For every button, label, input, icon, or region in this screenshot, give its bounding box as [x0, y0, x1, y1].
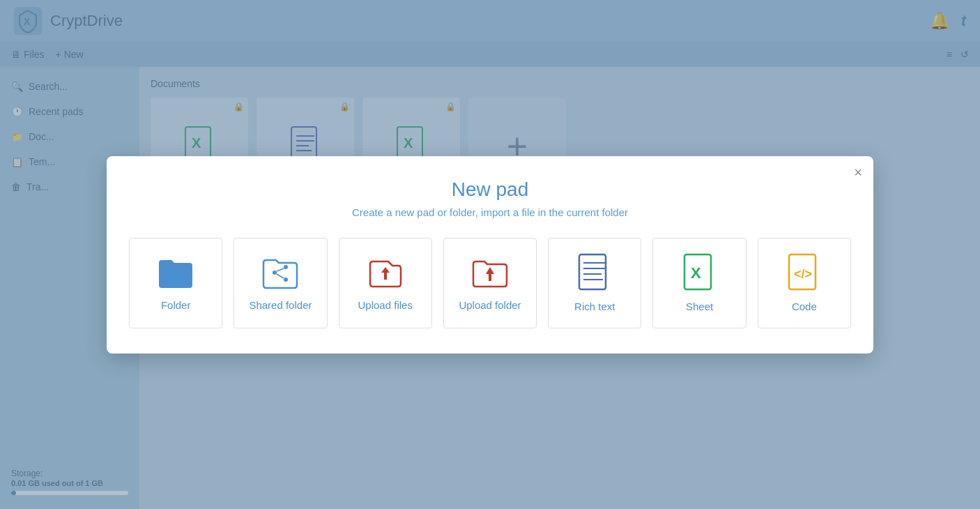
folder-label: Folder [161, 299, 191, 311]
new-shared-folder-button[interactable]: Shared folder [233, 238, 327, 328]
modal-title: New pad [129, 178, 851, 201]
svg-text:</>: </> [794, 267, 812, 281]
modal-subtitle: Create a new pad or folder, import a fil… [129, 206, 851, 218]
rich-text-icon [576, 253, 613, 292]
new-rich-text-button[interactable]: Rich text [548, 238, 641, 328]
upload-files-icon [366, 254, 405, 291]
new-folder-button[interactable]: Folder [129, 238, 222, 328]
modal-close-button[interactable]: × [854, 165, 862, 181]
code-label: Code [792, 301, 817, 312]
modal-overlay: × New pad Create a new pad or folder, im… [0, 0, 980, 509]
svg-point-13 [284, 278, 288, 282]
svg-rect-18 [579, 254, 606, 289]
code-icon: </> [786, 253, 822, 292]
folder-new-icon [156, 254, 195, 291]
upload-files-label: Upload files [358, 299, 413, 311]
svg-point-11 [273, 271, 277, 275]
upload-folder-label: Upload folder [459, 299, 521, 311]
new-code-button[interactable]: </> Code [758, 238, 851, 328]
svg-line-15 [277, 274, 284, 278]
svg-marker-17 [486, 267, 494, 281]
svg-point-12 [284, 265, 288, 269]
new-sheet-button[interactable]: X Sheet [652, 238, 746, 328]
upload-folder-button[interactable]: Upload folder [443, 238, 537, 328]
svg-marker-16 [381, 267, 390, 280]
svg-line-14 [277, 268, 284, 271]
upload-folder-icon [470, 254, 510, 291]
sheet-new-icon: X [682, 253, 718, 292]
upload-files-button[interactable]: Upload files [339, 238, 432, 328]
new-pad-modal: × New pad Create a new pad or folder, im… [107, 156, 873, 354]
sheet-label: Sheet [686, 301, 713, 312]
shared-folder-icon [261, 254, 300, 291]
svg-text:X: X [691, 264, 701, 282]
modal-items-grid: Folder Shared folder [129, 238, 851, 328]
shared-folder-label: Shared folder [249, 299, 312, 311]
rich-text-label: Rich text [574, 301, 615, 312]
